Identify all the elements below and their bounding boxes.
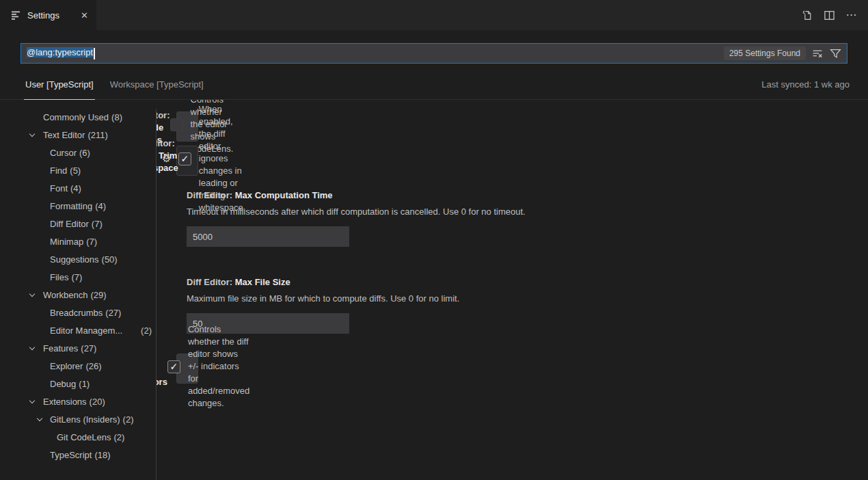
setting-description: Maximum file size in MB for which to com… bbox=[187, 293, 858, 305]
setting-checkbox[interactable]: ✓ bbox=[178, 152, 191, 165]
toc-item-count: (4) bbox=[70, 183, 81, 194]
setting-row: Diff Editor: Max Computation TimeTimeout… bbox=[176, 180, 868, 267]
scope-tabs: User [TypeScript]Workspace [TypeScript] bbox=[24, 79, 219, 99]
toc-item-label: Breadcrumbs bbox=[50, 308, 103, 318]
toc-item-label: Find bbox=[50, 165, 67, 176]
toc-item-count: (27) bbox=[81, 343, 96, 354]
toc-item-count: (7) bbox=[71, 272, 82, 282]
scope-tab[interactable]: User [TypeScript] bbox=[24, 79, 95, 100]
toc-item[interactable]: Workbench(29) bbox=[0, 286, 156, 304]
settings-search-input[interactable]: @lang:typescript 295 Settings Found bbox=[21, 43, 847, 64]
toc-item[interactable]: Commonly Used(8) bbox=[0, 108, 156, 126]
editor-tab-bar: Settings ✕ ⋯ bbox=[0, 0, 868, 30]
toc-item-label: Explorer bbox=[50, 361, 83, 371]
toc-item-label: Debug bbox=[50, 379, 76, 389]
settings-editor-icon bbox=[12, 10, 21, 20]
setting-title: Diff Editor: Max Computation Time bbox=[187, 189, 858, 202]
last-synced-label: Last synced: 1 wk ago bbox=[761, 79, 850, 99]
toc-item[interactable]: Extensions(20) bbox=[0, 392, 156, 410]
vscode-settings-editor: Settings ✕ ⋯ bbox=[0, 0, 868, 480]
toc-item[interactable]: Debug(1) bbox=[0, 375, 156, 392]
chevron-down-icon bbox=[29, 398, 35, 403]
toc-item-label: Workbench bbox=[43, 290, 88, 300]
open-settings-json-icon[interactable] bbox=[800, 9, 813, 21]
toc-item[interactable]: GitLens (Insiders)(2) bbox=[0, 410, 156, 428]
search-text: @lang:typescript bbox=[27, 47, 95, 59]
setting-category: Diff Editor: bbox=[187, 190, 235, 200]
toc-item[interactable]: Cursor(6) bbox=[0, 144, 156, 161]
toc-item-label: Commonly Used bbox=[43, 112, 109, 122]
toc-item[interactable]: Breadcrumbs(27) bbox=[0, 304, 156, 321]
toc-item[interactable]: TypeScript(18) bbox=[0, 446, 156, 464]
toc-item-count: (50) bbox=[102, 254, 118, 265]
toc-item-count: (1) bbox=[79, 379, 90, 389]
setting-row: ⚙Diff Editor: Ignore Trim Whitespace✓Whe… bbox=[176, 146, 198, 176]
clear-search-filters-icon[interactable] bbox=[811, 47, 824, 59]
settings-header: @lang:typescript 295 Settings Found bbox=[0, 30, 868, 100]
toc-item-count: (2) bbox=[123, 414, 134, 425]
toc-item-count: (211) bbox=[87, 130, 107, 140]
toc-item-label: Font bbox=[50, 183, 68, 194]
filter-icon[interactable] bbox=[829, 47, 841, 59]
toc-item-count: (4) bbox=[95, 201, 106, 211]
more-actions-icon[interactable]: ⋯ bbox=[845, 9, 858, 21]
setting-category: Diff Editor: bbox=[157, 100, 170, 120]
toc-item-label: TypeScript bbox=[50, 450, 92, 460]
toc-item-count: (2) bbox=[114, 432, 125, 442]
toc-item-label: Formatting bbox=[50, 201, 92, 211]
toc-item-label: Files bbox=[50, 272, 68, 282]
settings-toc: Commonly Used(8)Text Editor(211)Cursor(6… bbox=[0, 100, 156, 480]
text-caret bbox=[94, 48, 95, 59]
setting-description: Controls whether the diff editor shows +… bbox=[188, 323, 249, 410]
split-editor-icon[interactable] bbox=[823, 9, 835, 21]
scope-tab[interactable]: Workspace [TypeScript] bbox=[109, 79, 205, 99]
setting-row: Diff Editor: Max File SizeMaximum file s… bbox=[176, 267, 868, 354]
settings-count-badge: 295 Settings Found bbox=[724, 46, 806, 60]
scope-tabs-row: User [TypeScript]Workspace [TypeScript] … bbox=[0, 64, 868, 100]
toc-item-label: Editor Managem... bbox=[50, 325, 122, 336]
toc-item[interactable]: Suggestions(50) bbox=[0, 250, 156, 268]
setting-name: Max Computation Time bbox=[235, 190, 333, 200]
toc-item[interactable]: Git CodeLens(2) bbox=[0, 428, 156, 446]
setting-number-input[interactable] bbox=[187, 226, 349, 247]
toc-item-count: (20) bbox=[90, 397, 105, 407]
toc-item[interactable]: Find(5) bbox=[0, 161, 156, 179]
toc-item[interactable]: Explorer(26) bbox=[0, 357, 156, 375]
toc-item-label: Text Editor bbox=[43, 130, 85, 140]
chevron-down-icon bbox=[37, 416, 42, 421]
setting-title: Diff Editor: Max File Size bbox=[187, 276, 858, 289]
close-icon[interactable]: ✕ bbox=[81, 11, 88, 20]
checkmark-icon: ✓ bbox=[170, 362, 178, 371]
chevron-down-icon bbox=[29, 291, 35, 297]
toc-item[interactable]: Editor Managem...(2) bbox=[0, 321, 156, 339]
toc-item[interactable]: Files(7) bbox=[0, 268, 156, 286]
toc-item[interactable]: Diff Editor(7) bbox=[0, 215, 156, 232]
toc-item[interactable]: Formatting(4) bbox=[0, 197, 156, 215]
tab-settings[interactable]: Settings ✕ bbox=[0, 0, 96, 30]
toc-item[interactable]: Features(27) bbox=[0, 339, 156, 357]
tab-title: Settings bbox=[27, 10, 59, 21]
setting-title: Diff Editor: Render Indicators bbox=[157, 339, 167, 388]
checkmark-icon: ✓ bbox=[180, 154, 189, 163]
toc-item-label: Diff Editor bbox=[50, 219, 89, 229]
chevron-down-icon bbox=[29, 345, 35, 350]
toc-item-label: GitLens (Insiders) bbox=[50, 414, 120, 425]
toc-item-count: (27) bbox=[105, 308, 121, 318]
toc-item-count: (8) bbox=[111, 112, 122, 122]
chevron-down-icon bbox=[29, 131, 35, 137]
toc-item-count: (7) bbox=[86, 237, 97, 247]
toc-item-label: Suggestions bbox=[50, 254, 99, 265]
toc-item-count: (6) bbox=[79, 148, 90, 158]
setting-checkbox[interactable]: ✓ bbox=[167, 360, 180, 373]
toc-item[interactable]: Font(4) bbox=[0, 179, 156, 197]
settings-body: Commonly Used(8)Text Editor(211)Cursor(6… bbox=[0, 100, 868, 480]
editor-actions: ⋯ bbox=[800, 0, 868, 30]
toc-item-count: (7) bbox=[92, 219, 103, 229]
toc-item[interactable]: Text Editor(211) bbox=[0, 126, 156, 144]
gear-icon[interactable]: ⚙ bbox=[162, 154, 171, 164]
setting-description: Timeout in milliseconds after which diff… bbox=[187, 206, 858, 218]
setting-category: Diff Editor: bbox=[157, 138, 175, 148]
setting-category: Diff Editor: bbox=[187, 277, 235, 287]
setting-control-line: ✓Controls whether the diff editor shows … bbox=[167, 323, 249, 410]
toc-item[interactable]: Minimap(7) bbox=[0, 232, 156, 250]
